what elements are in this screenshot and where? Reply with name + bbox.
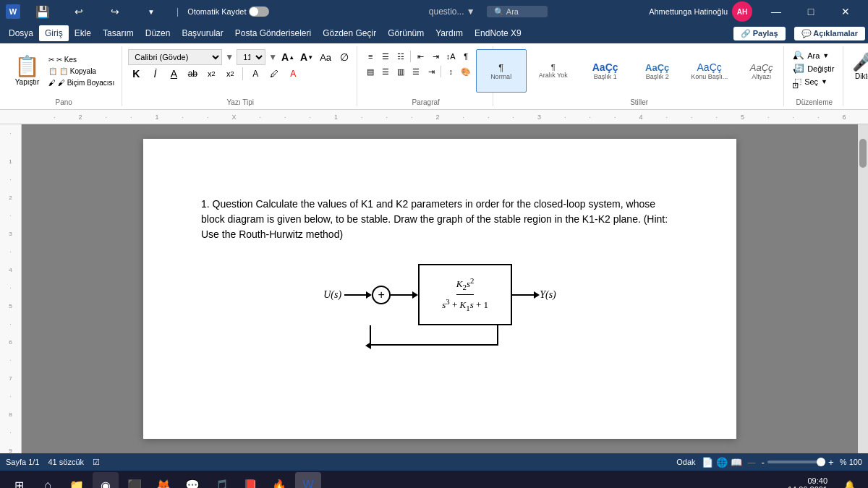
user-avatar[interactable]: AH <box>732 1 752 22</box>
shading-button[interactable]: 🎨 <box>459 64 473 79</box>
align-center-button[interactable]: ☰ <box>378 64 393 79</box>
style-normal[interactable]: ¶ Normal <box>476 49 527 93</box>
style-no-spacing[interactable]: ¶ Aralık Yok <box>528 49 579 93</box>
cut-button[interactable]: ✂ ✂ Kes <box>46 54 117 65</box>
document-page[interactable]: 1. Question Calculate the values of K1 a… <box>143 139 736 439</box>
save-button[interactable]: 💾 <box>26 0 59 23</box>
feedback-right-drop <box>497 325 498 346</box>
scroll-thumb[interactable] <box>859 139 867 168</box>
replace-button[interactable]: 🔄 Değiştir <box>790 62 838 74</box>
menu-item-posta[interactable]: Posta Gönderiseleri <box>229 25 317 41</box>
vertical-scrollbar[interactable] <box>858 124 868 453</box>
bold-button[interactable]: K <box>128 66 144 82</box>
read-view-button[interactable]: 📖 <box>731 457 742 468</box>
align-right-button[interactable]: ▥ <box>393 64 408 79</box>
focus-view-label[interactable]: Odak <box>676 458 695 466</box>
zoom-level[interactable]: % 100 <box>840 458 862 466</box>
font-size-select[interactable]: 11 <box>237 49 265 65</box>
language-check-icon[interactable]: ☑ <box>93 458 100 467</box>
clear-format-button[interactable]: ∅ <box>336 49 352 65</box>
strikethrough-button[interactable]: ab <box>184 66 200 82</box>
copy-button[interactable]: 📋 📋 Kopyala <box>46 66 117 77</box>
style-topic[interactable]: AaÇç Konu Başlı... <box>684 49 735 93</box>
redo-button[interactable]: ↪ <box>98 0 132 23</box>
taskbar-music[interactable]: 🎵 <box>208 472 234 488</box>
show-marks-button[interactable]: ¶ <box>459 49 473 64</box>
taskbar-edge[interactable]: ◉ <box>93 472 119 488</box>
indent-button[interactable]: ⇥ <box>424 64 438 79</box>
bullet-list-button[interactable]: ≡ <box>363 49 378 64</box>
text-effects-button[interactable]: A <box>247 66 263 82</box>
menu-item-dosya[interactable]: Dosya <box>3 25 39 41</box>
justify-button[interactable]: ☰ <box>409 64 423 79</box>
style-subtitle[interactable]: AaÇç Altyazı <box>736 49 787 93</box>
undo-button[interactable]: ↩ <box>62 0 95 23</box>
taskbar-start[interactable]: ⊞ <box>6 472 32 488</box>
comments-button[interactable]: 💬 Açıklamalar <box>794 27 865 40</box>
dictate-button[interactable]: 🎤 Dikte <box>849 49 868 83</box>
diagram-container: U(s) + <box>323 264 556 325</box>
zoom-slider-container[interactable]: - + <box>762 457 834 468</box>
notification-icon[interactable]: 🔔 <box>836 472 862 488</box>
sort-button[interactable]: ↕A <box>443 49 458 64</box>
align-left-button[interactable]: ▤ <box>363 64 378 79</box>
autosave-toggle[interactable]: Otomatik Kaydet <box>187 7 269 17</box>
menu-item-gorunum[interactable]: Görünüm <box>382 25 430 41</box>
customize-button[interactable]: ▼ <box>135 0 168 23</box>
grow-font-button[interactable]: A▲ <box>280 49 296 65</box>
superscript-button[interactable]: x2 <box>222 66 238 82</box>
change-case-button[interactable]: Aa <box>318 49 333 65</box>
taskbar-vscode[interactable]: ⬛ <box>122 472 148 488</box>
taskbar-search[interactable]: ⌂ <box>35 472 61 488</box>
taskbar-word[interactable]: W <box>295 472 321 488</box>
font-family-select[interactable]: Calibri (Gövde) <box>128 49 222 65</box>
zoom-in-button[interactable]: + <box>828 457 834 468</box>
taskbar-adobe[interactable]: 🔥 <box>266 472 292 488</box>
taskbar-file-explorer[interactable]: 📁 <box>64 472 90 488</box>
line-spacing-button[interactable]: ↕ <box>443 64 458 79</box>
style-heading2[interactable]: AaÇç Başlık 2 <box>632 49 683 93</box>
share-button[interactable]: 🔗 Paylaş <box>733 27 786 40</box>
question-text[interactable]: 1. Question Calculate the values of K1 a… <box>201 197 678 242</box>
decrease-indent-button[interactable]: ⇤ <box>413 49 427 64</box>
select-button[interactable]: ⬚ Seç ▼ <box>790 75 832 87</box>
style-heading1[interactable]: AaÇç Başlık 1 <box>580 49 631 93</box>
format-painter-button[interactable]: 🖌 🖌 Biçim Boyacısı <box>46 77 117 88</box>
search-bar[interactable]: 🔍 Ara <box>487 6 548 17</box>
maximize-button[interactable]: □ <box>794 0 827 23</box>
menu-item-ekle[interactable]: Ekle <box>69 25 97 41</box>
word-icon: W <box>6 4 20 19</box>
menu-item-yardim[interactable]: Yardım <box>430 25 469 41</box>
document-scroll[interactable]: 1. Question Calculate the values of K1 a… <box>22 124 858 453</box>
underline-button[interactable]: A <box>166 66 182 82</box>
web-view-button[interactable]: 🌐 <box>716 457 728 468</box>
print-view-button[interactable]: 📄 <box>702 457 713 468</box>
close-button[interactable]: ✕ <box>829 0 862 23</box>
taskbar-pdf[interactable]: 📕 <box>237 472 263 488</box>
clipboard-small-buttons: ✂ ✂ Kes 📋 📋 Kopyala 🖌 🖌 Biçim Boyacısı <box>46 54 117 88</box>
shrink-font-button[interactable]: A▼ <box>299 49 315 65</box>
zoom-thumb[interactable] <box>817 458 825 466</box>
menu-item-duzen[interactable]: Düzen <box>140 25 176 41</box>
highlight-button[interactable]: 🖊 <box>266 66 282 82</box>
find-button[interactable]: 🔍 Ara ▼ <box>790 49 833 61</box>
para-separator-1 <box>410 51 411 62</box>
taskbar-discord[interactable]: 💬 <box>179 472 205 488</box>
transfer-function-box: K2s2 s3 + K1s + 1 <box>418 264 512 325</box>
minimize-button[interactable]: — <box>760 0 793 23</box>
menu-item-basvurular[interactable]: Başvurular <box>176 25 229 41</box>
menu-item-tasarim[interactable]: Tasarım <box>97 25 140 41</box>
taskbar-firefox[interactable]: 🦊 <box>150 472 176 488</box>
paste-button[interactable]: 📋 Yapıştır <box>10 53 44 89</box>
zoom-track[interactable] <box>767 461 825 463</box>
menu-item-gozden[interactable]: Gözden Geçir <box>317 25 382 41</box>
multilevel-list-button[interactable]: ☷ <box>393 49 408 64</box>
font-color-button[interactable]: A <box>285 66 301 82</box>
numbered-list-button[interactable]: ☰ <box>378 49 393 64</box>
zoom-out-button[interactable]: - <box>762 457 765 468</box>
menu-item-giris[interactable]: Giriş <box>39 25 69 41</box>
italic-button[interactable]: İ <box>147 66 163 82</box>
subscript-button[interactable]: x2 <box>203 66 219 82</box>
increase-indent-button[interactable]: ⇥ <box>428 49 443 64</box>
menu-item-endnote[interactable]: EndNote X9 <box>469 25 527 41</box>
